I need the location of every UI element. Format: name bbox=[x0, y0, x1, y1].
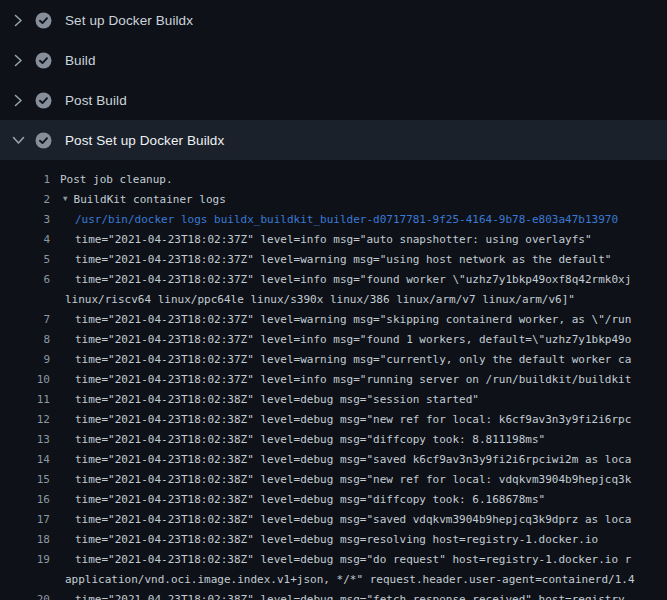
line-number[interactable]: 11 bbox=[0, 390, 50, 410]
log-text: time="2021-04-23T18:02:38Z" level=debug … bbox=[75, 450, 631, 470]
line-number[interactable]: 12 bbox=[0, 410, 50, 430]
log-row: 19time="2021-04-23T18:02:38Z" level=debu… bbox=[0, 550, 667, 570]
step-row-build[interactable]: Build bbox=[0, 40, 667, 80]
log-row: 5time="2021-04-23T18:02:37Z" level=warni… bbox=[0, 250, 667, 270]
line-number[interactable]: 14 bbox=[0, 450, 50, 470]
log-row: 11time="2021-04-23T18:02:38Z" level=debu… bbox=[0, 390, 667, 410]
log-row: 17time="2021-04-23T18:02:38Z" level=debu… bbox=[0, 510, 667, 530]
log-row: 16time="2021-04-23T18:02:38Z" level=debu… bbox=[0, 490, 667, 510]
log-text: time="2021-04-23T18:02:38Z" level=debug … bbox=[75, 530, 598, 550]
chevron-right-icon[interactable] bbox=[12, 14, 24, 26]
log-row: 8time="2021-04-23T18:02:37Z" level=info … bbox=[0, 330, 667, 350]
log-text: application/vnd.oci.image.index.v1+json,… bbox=[65, 570, 635, 590]
log-text: time="2021-04-23T18:02:37Z" level=info m… bbox=[75, 330, 631, 350]
log-row: 1Post job cleanup. bbox=[0, 170, 667, 190]
line-number bbox=[0, 290, 50, 310]
line-number[interactable]: 10 bbox=[0, 370, 50, 390]
log-text: time="2021-04-23T18:02:38Z" level=debug … bbox=[75, 410, 631, 430]
log-row: 14time="2021-04-23T18:02:38Z" level=debu… bbox=[0, 450, 667, 470]
log-text: time="2021-04-23T18:02:38Z" level=debug … bbox=[75, 510, 631, 530]
line-number[interactable]: 4 bbox=[0, 230, 50, 250]
line-number[interactable]: 17 bbox=[0, 510, 50, 530]
log-text: time="2021-04-23T18:02:38Z" level=debug … bbox=[75, 550, 631, 570]
steps-list: Set up Docker BuildxBuildPost BuildPost … bbox=[0, 0, 667, 160]
line-number[interactable]: 6 bbox=[0, 270, 50, 290]
log-text: time="2021-04-23T18:02:38Z" level=debug … bbox=[75, 470, 631, 490]
log-row: application/vnd.oci.image.index.v1+json,… bbox=[0, 570, 667, 590]
actions-log-viewer: Set up Docker BuildxBuildPost BuildPost … bbox=[0, 0, 667, 600]
log-text: time="2021-04-23T18:02:38Z" level=debug … bbox=[75, 490, 545, 510]
log-row: 18time="2021-04-23T18:02:38Z" level=debu… bbox=[0, 530, 667, 550]
log-row: 2▼BuildKit container logs bbox=[0, 190, 667, 210]
check-circle-icon bbox=[35, 132, 52, 149]
log-text: time="2021-04-23T18:02:38Z" level=debug … bbox=[75, 430, 545, 450]
log-row: 6time="2021-04-23T18:02:37Z" level=info … bbox=[0, 270, 667, 290]
line-number bbox=[0, 570, 50, 590]
line-number[interactable]: 16 bbox=[0, 490, 50, 510]
log-text: time="2021-04-23T18:02:38Z" level=debug … bbox=[75, 590, 631, 600]
step-label: Post Set up Docker Buildx bbox=[65, 133, 224, 148]
log-text: time="2021-04-23T18:02:37Z" level=warnin… bbox=[75, 250, 611, 270]
log-text: time="2021-04-23T18:02:37Z" level=warnin… bbox=[75, 350, 631, 370]
log-text: linux/riscv64 linux/ppc64le linux/s390x … bbox=[65, 290, 575, 310]
line-number[interactable]: 15 bbox=[0, 470, 50, 490]
log-command-text: /usr/bin/docker logs buildx_buildkit_bui… bbox=[75, 210, 618, 230]
line-number[interactable]: 18 bbox=[0, 530, 50, 550]
log-text: time="2021-04-23T18:02:37Z" level=info m… bbox=[75, 270, 631, 290]
check-circle-icon bbox=[35, 12, 52, 29]
log-text: time="2021-04-23T18:02:37Z" level=info m… bbox=[75, 230, 592, 250]
log-row: 13time="2021-04-23T18:02:38Z" level=debu… bbox=[0, 430, 667, 450]
log-row: 15time="2021-04-23T18:02:38Z" level=debu… bbox=[0, 470, 667, 490]
log-row: 3/usr/bin/docker logs buildx_buildkit_bu… bbox=[0, 210, 667, 230]
log-group-title[interactable]: BuildKit container logs bbox=[74, 190, 226, 210]
step-label: Set up Docker Buildx bbox=[65, 13, 193, 28]
chevron-right-icon[interactable] bbox=[12, 54, 24, 66]
line-number[interactable]: 13 bbox=[0, 430, 50, 450]
step-row-post-set-up-docker-buildx[interactable]: Post Set up Docker Buildx bbox=[0, 120, 667, 160]
check-circle-icon bbox=[35, 92, 52, 109]
step-row-set-up-docker-buildx[interactable]: Set up Docker Buildx bbox=[0, 0, 667, 40]
chevron-down-icon[interactable] bbox=[12, 134, 24, 146]
line-number[interactable]: 7 bbox=[0, 310, 50, 330]
check-circle-icon bbox=[35, 52, 52, 69]
log-row: 9time="2021-04-23T18:02:37Z" level=warni… bbox=[0, 350, 667, 370]
line-number[interactable]: 5 bbox=[0, 250, 50, 270]
line-number[interactable]: 1 bbox=[0, 170, 50, 190]
step-label: Build bbox=[65, 53, 96, 68]
line-number[interactable]: 2 bbox=[0, 190, 50, 210]
log-row: 12time="2021-04-23T18:02:38Z" level=debu… bbox=[0, 410, 667, 430]
triangle-down-icon[interactable]: ▼ bbox=[63, 190, 68, 209]
line-number[interactable]: 20 bbox=[0, 590, 50, 600]
log-row: 20time="2021-04-23T18:02:38Z" level=debu… bbox=[0, 590, 667, 600]
line-number[interactable]: 3 bbox=[0, 210, 50, 230]
line-number[interactable]: 9 bbox=[0, 350, 50, 370]
chevron-right-icon[interactable] bbox=[12, 94, 24, 106]
line-number[interactable]: 8 bbox=[0, 330, 50, 350]
log-text: time="2021-04-23T18:02:38Z" level=debug … bbox=[75, 390, 479, 410]
log-row: linux/riscv64 linux/ppc64le linux/s390x … bbox=[0, 290, 667, 310]
log-panel: 1Post job cleanup.2▼BuildKit container l… bbox=[0, 160, 667, 600]
log-row: 10time="2021-04-23T18:02:37Z" level=info… bbox=[0, 370, 667, 390]
log-text: Post job cleanup. bbox=[60, 170, 173, 190]
log-row: 7time="2021-04-23T18:02:37Z" level=warni… bbox=[0, 310, 667, 330]
step-label: Post Build bbox=[65, 93, 127, 108]
line-number[interactable]: 19 bbox=[0, 550, 50, 570]
log-row: 4time="2021-04-23T18:02:37Z" level=info … bbox=[0, 230, 667, 250]
log-text: time="2021-04-23T18:02:37Z" level=info m… bbox=[75, 370, 631, 390]
log-text: time="2021-04-23T18:02:37Z" level=warnin… bbox=[75, 310, 631, 330]
step-row-post-build[interactable]: Post Build bbox=[0, 80, 667, 120]
